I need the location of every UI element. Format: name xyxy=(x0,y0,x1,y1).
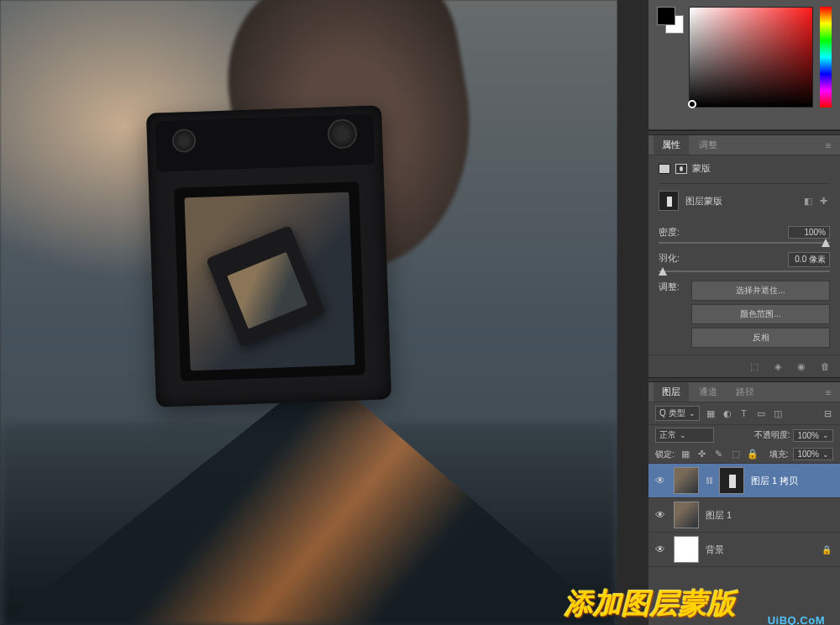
density-label: 密度: xyxy=(659,226,680,239)
tab-properties[interactable]: 属性 xyxy=(654,135,689,155)
link-icon[interactable]: ⛓ xyxy=(706,476,712,485)
select-mask-icon[interactable]: ◧ xyxy=(801,195,815,207)
lock-pixels-icon[interactable]: ▦ xyxy=(680,449,691,460)
layers-menu-icon[interactable]: ≡ xyxy=(822,386,835,398)
blend-mode-dropdown[interactable]: 正常 xyxy=(655,428,714,443)
visibility-toggle[interactable]: 👁 xyxy=(654,544,667,555)
opacity-input[interactable]: 100% xyxy=(793,429,833,442)
layer-thumbnail[interactable] xyxy=(674,502,699,528)
lock-position-icon[interactable]: ✜ xyxy=(696,449,708,460)
foreground-swatch[interactable] xyxy=(657,7,675,25)
layers-tabs: 图层 通道 路径 ≡ xyxy=(648,382,840,402)
add-mask-icon[interactable]: ✚ xyxy=(816,195,830,207)
delete-mask-icon[interactable]: 🗑 xyxy=(818,360,832,372)
photo-camera xyxy=(146,105,391,407)
color-field[interactable] xyxy=(689,7,813,108)
filter-adjust-icon[interactable]: ◐ xyxy=(722,407,733,419)
layer-filter-dropdown[interactable]: Q 类型 xyxy=(655,406,700,421)
invert-button[interactable]: 反相 xyxy=(691,328,830,348)
layer-item[interactable]: 👁 ⛓ 图层 1 拷贝 xyxy=(648,464,840,498)
feather-slider[interactable] xyxy=(659,270,830,272)
tab-adjustments[interactable]: 调整 xyxy=(690,135,726,155)
document-canvas[interactable] xyxy=(0,0,617,625)
color-panel xyxy=(648,0,840,130)
tab-channels[interactable]: 通道 xyxy=(690,382,726,402)
opacity-label: 不透明度: xyxy=(754,429,790,441)
fill-label: 填充: xyxy=(769,449,789,460)
lock-all-icon[interactable]: 🔒 xyxy=(747,449,759,460)
right-panels: 属性 调整 ≡ 蒙版 图层蒙版 ◧ ✚ 密度: 100% xyxy=(648,0,840,625)
layer-thumbnail[interactable] xyxy=(674,536,699,563)
filter-shape-icon[interactable]: ▭ xyxy=(755,407,767,419)
apply-mask-icon[interactable]: ◈ xyxy=(771,360,785,372)
density-slider[interactable] xyxy=(659,242,830,244)
disable-mask-icon[interactable]: ◉ xyxy=(795,360,808,372)
layer-name[interactable]: 图层 1 拷贝 xyxy=(751,475,835,487)
properties-tabs: 属性 调整 ≡ xyxy=(648,135,840,155)
vector-mask-icon xyxy=(675,164,687,174)
visibility-toggle[interactable]: 👁 xyxy=(654,509,667,521)
lock-label: 锁定: xyxy=(655,449,675,460)
filter-toggle-icon[interactable]: ⊟ xyxy=(822,407,833,419)
layer-name[interactable]: 图层 1 xyxy=(706,509,835,522)
layer-item[interactable]: 👁 图层 1 xyxy=(648,498,840,533)
panel-menu-icon[interactable]: ≡ xyxy=(822,139,835,151)
properties-panel: 蒙版 图层蒙版 ◧ ✚ 密度: 100% 羽化: 0.0 像素 xyxy=(648,155,840,355)
layer-item[interactable]: 👁 背景 🔒 xyxy=(648,533,840,567)
lock-artboard-icon[interactable]: ⬚ xyxy=(730,449,742,460)
mask-thumbnail[interactable] xyxy=(659,191,679,211)
filter-type-icon[interactable]: T xyxy=(738,407,750,419)
lock-paint-icon[interactable]: ✎ xyxy=(713,449,725,460)
layer-name[interactable]: 背景 xyxy=(706,544,815,556)
hue-slider[interactable] xyxy=(820,7,832,108)
visibility-toggle[interactable]: 👁 xyxy=(654,475,667,486)
mask-type-label: 图层蒙版 xyxy=(685,195,722,207)
filter-smart-icon[interactable]: ◫ xyxy=(772,407,784,419)
mask-title: 蒙版 xyxy=(692,162,711,175)
tab-paths[interactable]: 路径 xyxy=(727,382,763,402)
layers-panel: Q 类型 ▦ ◐ T ▭ ◫ ⊟ 正常 不透明度: 100% 锁定: ▦ ✜ ✎… xyxy=(648,402,840,625)
color-range-button[interactable]: 颜色范围... xyxy=(691,304,830,324)
select-and-mask-button[interactable]: 选择并遮住... xyxy=(691,281,830,301)
lock-icon: 🔒 xyxy=(822,545,832,554)
tab-layers[interactable]: 图层 xyxy=(654,382,689,402)
load-selection-icon[interactable]: ⬚ xyxy=(748,360,761,372)
feather-label: 羽化: xyxy=(659,252,680,267)
layer-mask-thumbnail[interactable] xyxy=(719,467,744,494)
layer-thumbnail[interactable] xyxy=(674,467,699,494)
adjust-label: 调整: xyxy=(659,281,680,293)
fill-input[interactable]: 100% xyxy=(793,448,833,460)
feather-input[interactable]: 0.0 像素 xyxy=(788,252,830,267)
filter-image-icon[interactable]: ▦ xyxy=(705,407,717,419)
mask-footer: ⬚ ◈ ◉ 🗑 xyxy=(648,355,840,377)
layer-list: 👁 ⛓ 图层 1 拷贝 👁 图层 1 👁 背景 🔒 xyxy=(648,464,840,625)
pixel-mask-icon xyxy=(659,164,670,174)
foreground-background-swatches[interactable] xyxy=(657,7,682,123)
canvas-area[interactable]: ▸▸ ⬚ A| ¶ xyxy=(0,0,648,625)
density-input[interactable]: 100% xyxy=(788,226,830,239)
